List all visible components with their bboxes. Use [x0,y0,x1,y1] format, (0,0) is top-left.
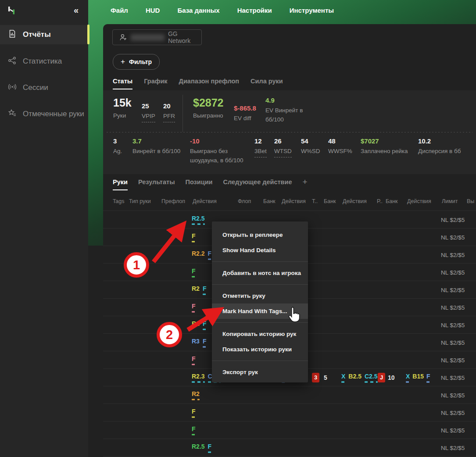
sidebar-item-sessions[interactable]: Сессии [0,78,88,97]
statistics-icon [8,56,17,67]
stat-VPIP: 25VPIP [142,96,155,122]
column-header[interactable]: Т.. [312,198,318,204]
add-tab-button[interactable]: + [303,177,308,191]
stats-tab[interactable]: Диапазон префлоп [179,78,239,89]
column-header[interactable]: Действия [193,198,217,204]
action-token: R2 [192,390,200,400]
column-header[interactable]: Вы [467,198,474,204]
stats-tab[interactable]: Статы [113,78,132,89]
sidebar-item-label: Статистика [23,57,62,66]
limit-value: NL $2/$5 [441,409,465,416]
hands-tab[interactable]: Руки [113,179,128,190]
stat-Ag.: 3Ag. [113,137,122,156]
card-badge: 3 [312,373,319,382]
action-token: F [192,355,196,365]
menubar-item[interactable]: Файл [111,7,128,14]
stat-value: 26 [274,137,292,145]
column-header[interactable]: Р.. [377,198,383,204]
menubar-item[interactable]: HUD [146,7,160,14]
hand-row[interactable]: R2NL $2/$5 [103,386,476,404]
context-menu-item[interactable]: Отметить руку [212,288,308,303]
column-header[interactable]: Банк [263,198,276,204]
context-menu-item[interactable]: Копировать историю рук [212,326,308,342]
stat-label[interactable]: PFR [163,112,175,122]
stat-value: 15k [113,96,132,109]
hands-tab[interactable]: Позиции [186,179,213,189]
stat-label[interactable]: 3Bet [254,147,267,157]
pot-value: 10 [388,374,395,381]
action-token: F [192,407,196,418]
context-menu-item[interactable]: Добавить в нотс на игрока [212,265,308,281]
stat-value: 25 [142,102,155,110]
menubar-item[interactable]: База данных [177,7,219,14]
hand-row[interactable]: R2.5FNL $2/$5 [103,439,476,457]
stat-value: $-865.8 [234,104,256,112]
stats-tab[interactable]: Сила руки [251,78,283,89]
stat-label[interactable]: WTSD [274,147,292,157]
stat-Винрейт в бб/100: 3.7Винрейт в бб/100 [132,137,180,156]
stat-value: 3 [113,137,122,145]
sidebar-item-statistics[interactable]: Статистика [0,52,88,71]
hands-tab[interactable]: Следующее действие [223,179,292,189]
column-header[interactable]: Действия [282,198,306,204]
menubar-item[interactable]: Инструменты [290,7,334,14]
sidebar-item-marked-hands[interactable]: Отмеченные руки [0,104,88,124]
stat-value: $2872 [193,96,224,109]
column-header[interactable]: Флоп [238,198,251,204]
stat-3Bet: 123Bet [254,137,267,157]
stat-EV Винрейт в: 4.9EV Винрейт в бб/100 [265,96,303,125]
stat-Дисперсия в бб: 10.2Дисперсия в бб [418,137,461,156]
stat-label: W%SD [301,147,320,156]
hand2note-logo [7,5,17,16]
player-select[interactable]: GG Network [112,29,202,45]
context-menu: Открыть в реплеереShow Hand DetailsДобав… [212,221,308,382]
menu-bar: ФайлHUDБаза данныхНастройкиИнструменты [103,0,334,21]
active-item-accent [87,25,89,44]
stat-label: Ag. [113,147,122,156]
action-token: F [192,425,196,435]
context-menu-item[interactable]: Show Hand Details [212,243,308,258]
stat-label: Выигранно [193,111,224,121]
hands-tab[interactable]: Результаты [138,179,175,189]
limit-value: NL $2/$5 [441,286,465,293]
action-token: R2.5 [192,443,205,453]
action-token: R3 [192,337,200,347]
action-token: X [341,372,345,382]
action-token: R2.5 [192,214,205,225]
limit-value: NL $2/$5 [441,251,465,258]
context-menu-item[interactable]: Экспорт рук [212,364,308,380]
column-header[interactable]: Банк [386,198,398,204]
collapse-sidebar-icon[interactable]: « [74,5,79,15]
column-header[interactable]: Префлоп [161,198,185,204]
column-header[interactable]: Tags [113,198,124,204]
stat-value: 48 [328,137,352,145]
column-header[interactable]: Тип руки [129,198,151,204]
column-header[interactable]: Действия [407,198,431,204]
limit-value: NL $2/$5 [441,234,465,240]
stat-label[interactable]: VPIP [142,112,155,122]
stat-W%SD: 54W%SD [301,137,320,156]
sidebar-item-reports[interactable]: Отчёты [0,25,88,44]
hand-row[interactable]: FNL $2/$5 [103,404,476,421]
hand-row[interactable]: FNL $2/$5 [103,421,476,439]
stats-tab[interactable]: График [144,78,167,89]
stat-label: EV diff [234,114,256,123]
marked-hands-icon [8,109,17,120]
context-menu-item[interactable]: Показать историю руки [212,342,308,357]
column-header[interactable]: Действия [343,198,367,204]
card-badge: J [378,373,385,382]
stat-label: Заплачено рейка [361,147,408,156]
action-token: R2.3 [192,372,205,382]
player-name-redacted [131,34,165,41]
column-header[interactable]: Лимит [442,198,458,204]
column-header[interactable]: Банк [324,198,336,204]
limit-value: NL $2/$5 [441,357,465,363]
filter-button[interactable]: + Фильтр [113,54,160,70]
context-menu-item[interactable]: Mark Hand With Tags... [212,303,308,319]
stat-WWSF%: 48WWSF% [328,137,352,156]
action-token: F [192,302,196,312]
stat-Выиграно без: -10Выиграно без шоудауна, в бб/100 [190,137,243,165]
stat-value: 54 [301,137,320,145]
context-menu-item[interactable]: Открыть в реплеере [212,227,308,243]
menubar-item[interactable]: Настройки [237,7,272,14]
